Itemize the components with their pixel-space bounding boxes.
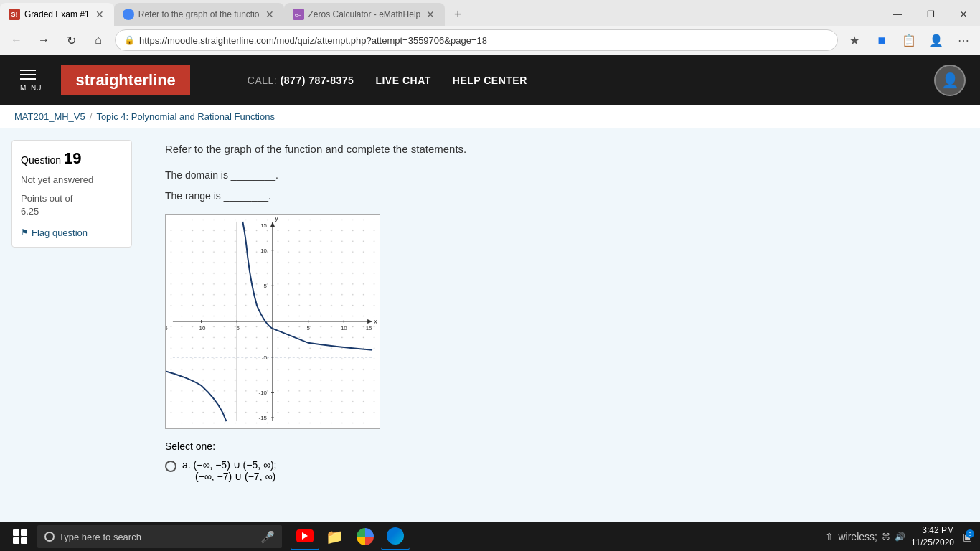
range-text: The range is ________. [165, 187, 958, 205]
select-one-label: Select one: [165, 441, 958, 452]
site-logo[interactable]: straighterline [61, 65, 189, 95]
taskbar-youtube[interactable] [291, 523, 319, 550]
svg-text:5: 5 [264, 283, 268, 290]
chevron-up-icon[interactable]: ⇧ [825, 531, 834, 542]
minimize-button[interactable]: — [881, 1, 914, 27]
folder-icon: 📁 [326, 528, 344, 545]
close-button[interactable]: ✕ [947, 1, 980, 27]
answer-choice-a[interactable]: a. (−∞, −5) ∪ (−5, ∞); (−∞, −7) ∪ (−7, ∞… [165, 459, 958, 482]
question-sidebar: Question 19 Not yet answered Points out … [0, 128, 143, 545]
flag-label: Flag question [32, 227, 88, 238]
breadcrumb-course-link[interactable]: MAT201_MH_V5 [14, 111, 85, 122]
start-button[interactable] [6, 524, 34, 550]
menu-button[interactable]: MENU [14, 64, 47, 98]
google-icon [357, 528, 374, 545]
svg-text:10: 10 [260, 248, 267, 254]
extensions-icon[interactable]: ■ [871, 29, 892, 51]
call-nav-item: CALL: (877) 787-8375 [248, 75, 354, 86]
svg-text:15: 15 [366, 325, 372, 331]
question-title: Question 19 [21, 149, 123, 168]
wifi-icon[interactable]: wireless; [838, 531, 877, 542]
volume-icon[interactable]: 🔊 [895, 532, 905, 542]
menu-line-2 [20, 74, 36, 75]
time-display[interactable]: 3:42 PM 11/25/2020 [911, 524, 954, 549]
user-avatar[interactable]: 👤 [934, 65, 966, 96]
flag-icon: ⚑ [21, 227, 29, 237]
radio-a[interactable] [165, 461, 176, 472]
mic-icon[interactable]: 🎤 [260, 530, 275, 544]
taskbar-edge[interactable] [381, 523, 410, 550]
question-number: 19 [64, 149, 81, 167]
points-value: 6.25 [21, 206, 39, 217]
yt-play-triangle [302, 532, 308, 540]
forward-button[interactable]: → [33, 29, 55, 51]
lock-icon: 🔒 [124, 35, 135, 45]
system-icons: ⇧ wireless; ⌘ 🔊 [825, 531, 905, 542]
function-graph: x y -15 -10 -5 5 10 [166, 215, 380, 428]
time: 3:42 PM [911, 524, 954, 537]
tab-emath[interactable]: e= Zeros Calculator - eMathHelp ✕ [284, 3, 446, 26]
favorites-icon[interactable]: ★ [844, 29, 865, 51]
menu-line-3 [20, 78, 36, 80]
tab-close-3[interactable]: ✕ [425, 9, 436, 20]
home-button[interactable]: ⌂ [88, 29, 109, 51]
tab-icon-emath: e= [293, 9, 304, 20]
taskbar-apps: 📁 [291, 523, 410, 550]
question-prompt: Refer to the graph of the function and c… [165, 143, 958, 155]
settings-icon[interactable]: ⋯ [953, 29, 974, 51]
tab-label-3: Zeros Calculator - eMathHelp [308, 9, 421, 19]
choice-a-line1: a. (−∞, −5) ∪ (−5, ∞); [182, 459, 277, 471]
tab-close-1[interactable]: ✕ [94, 9, 105, 20]
live-chat-button[interactable]: LIVE CHAT [375, 75, 430, 86]
tab-graph[interactable]: Refer to the graph of the functio ✕ [114, 3, 284, 26]
svg-text:5: 5 [306, 325, 310, 331]
collections-icon[interactable]: 📋 [898, 29, 920, 51]
win-sq-4 [21, 537, 27, 544]
tab-label-1: Graded Exam #1 [24, 9, 90, 19]
call-label: CALL: [248, 75, 277, 86]
tab-label-2: Refer to the graph of the functio [138, 9, 260, 19]
profile-icon[interactable]: 👤 [925, 29, 947, 51]
browser-chrome: S! Graded Exam #1 ✕ Refer to the graph o… [0, 0, 980, 55]
domain-label: The domain is ________. [165, 169, 278, 181]
win-sq-3 [13, 537, 19, 544]
points-label: Points out of [21, 193, 72, 204]
site-header: MENU straighterline CALL: (877) 787-8375… [0, 55, 980, 105]
graph-container: x y -15 -10 -5 5 10 [165, 214, 380, 429]
win-sq-2 [21, 529, 27, 536]
windows-logo [13, 529, 27, 544]
question-points: Points out of 6.25 [21, 192, 123, 218]
new-tab-button[interactable]: + [448, 4, 468, 24]
site-nav: CALL: (877) 787-8375 LIVE CHAT HELP CENT… [248, 75, 527, 86]
reload-button[interactable]: ↻ [60, 29, 82, 51]
logo-bold: line [149, 71, 176, 89]
wifi-icon-2[interactable]: ⌘ [882, 532, 890, 542]
svg-text:15: 15 [260, 222, 267, 229]
svg-text:-15: -15 [259, 415, 268, 421]
breadcrumb-separator: / [90, 111, 93, 122]
address-bar[interactable]: 🔒 https://moodle.straighterline.com/mod/… [115, 29, 838, 51]
maximize-button[interactable]: ❐ [914, 1, 947, 27]
logo-text: straighterline [75, 71, 175, 90]
taskbar-explorer[interactable]: 📁 [321, 523, 349, 550]
tab-close-2[interactable]: ✕ [264, 9, 275, 20]
search-placeholder: Type here to search [59, 532, 141, 542]
question-area: Refer to the graph of the function and c… [143, 128, 980, 545]
flag-question-button[interactable]: ⚑ Flag question [21, 227, 123, 238]
notification-badge: 3 [966, 529, 974, 538]
phone-number: (877) 787-8375 [281, 75, 354, 86]
help-center-button[interactable]: HELP CENTER [453, 75, 527, 86]
youtube-icon [296, 529, 314, 542]
svg-text:-10: -10 [197, 325, 206, 331]
breadcrumb-topic-link[interactable]: Topic 4: Polynomial and Rational Functio… [96, 111, 275, 122]
win-sq-1 [13, 529, 19, 536]
svg-text:y: y [275, 215, 278, 222]
tab-graded-exam[interactable]: S! Graded Exam #1 ✕ [0, 3, 114, 26]
taskbar-search[interactable]: Type here to search 🎤 [37, 525, 282, 548]
back-button[interactable]: ← [6, 29, 27, 51]
taskbar-google[interactable] [351, 523, 380, 550]
taskbar-right: ⇧ wireless; ⌘ 🔊 3:42 PM 11/25/2020 ▣ 3 [825, 524, 974, 549]
choice-a-text: a. (−∞, −5) ∪ (−5, ∞); (−∞, −7) ∪ (−7, ∞… [182, 459, 277, 482]
search-icon [44, 532, 55, 542]
notification-icon[interactable]: ▣ 3 [960, 529, 974, 544]
